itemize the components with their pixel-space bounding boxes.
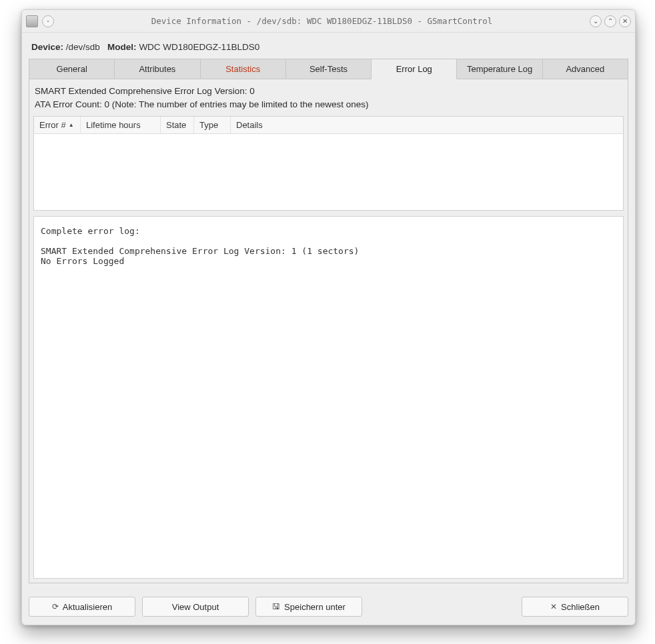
col-state[interactable]: State <box>161 117 194 133</box>
tab-temperature-log[interactable]: Temperature Log <box>457 59 542 79</box>
tabbar: General Attributes Statistics Self-Tests… <box>29 59 628 79</box>
chevron-up-icon: ⌃ <box>608 17 613 25</box>
titlebar-menu-button[interactable]: ◦ <box>42 15 54 27</box>
errorlog-count-line: ATA Error Count: 0 (Note: The number of … <box>35 98 622 111</box>
refresh-button-label: Aktualisieren <box>63 602 112 612</box>
close-button[interactable]: ✕ Schließen <box>522 597 628 617</box>
close-small-icon: ✕ <box>550 602 557 611</box>
refresh-button[interactable]: ⟳ Aktualisieren <box>29 597 135 617</box>
device-value: /dev/sdb <box>66 42 100 52</box>
error-table[interactable]: Error # ▲ Lifetime hours State Type Deta… <box>33 116 624 211</box>
minimize-button[interactable]: ⌄ <box>590 15 602 27</box>
tab-error-log[interactable]: Error Log <box>372 59 457 79</box>
errorlog-version-line: SMART Extended Comprehensive Error Log V… <box>35 85 622 98</box>
window-title: Device Information - /dev/sdb: WDC WD180… <box>57 16 587 26</box>
app-icon <box>26 15 38 27</box>
tab-general[interactable]: General <box>29 59 115 79</box>
model-label: Model: <box>107 42 137 52</box>
titlebar: ◦ Device Information - /dev/sdb: WDC WD1… <box>22 10 635 33</box>
save-as-button[interactable]: 🖫 Speichern unter <box>255 597 362 617</box>
refresh-icon: ⟳ <box>52 602 59 611</box>
maximize-button[interactable]: ⌃ <box>604 15 616 27</box>
tab-statistics[interactable]: Statistics <box>201 59 286 79</box>
view-output-button[interactable]: View Output <box>142 597 249 617</box>
error-table-header: Error # ▲ Lifetime hours State Type Deta… <box>34 117 623 134</box>
model-value: WDC WD180EDGZ-11BLDS0 <box>139 42 259 52</box>
col-error-no-label: Error # <box>39 120 66 130</box>
device-label: Device: <box>31 42 63 52</box>
tab-panel: SMART Extended Comprehensive Error Log V… <box>29 79 628 583</box>
col-error-no[interactable]: Error # ▲ <box>34 117 81 133</box>
tab-attributes[interactable]: Attributes <box>115 59 200 79</box>
sort-ascending-icon: ▲ <box>69 122 74 128</box>
save-icon: 🖫 <box>272 602 280 611</box>
close-window-button[interactable]: ✕ <box>619 15 631 27</box>
window: ◦ Device Information - /dev/sdb: WDC WD1… <box>21 9 636 625</box>
device-info-line: Device: /dev/sdb Model: WDC WD180EDGZ-11… <box>29 39 628 59</box>
close-icon: ✕ <box>622 17 628 25</box>
button-row: ⟳ Aktualisieren View Output 🖫 Speichern … <box>22 590 635 625</box>
tab-advanced[interactable]: Advanced <box>543 59 628 79</box>
content-area: Device: /dev/sdb Model: WDC WD180EDGZ-11… <box>22 33 635 590</box>
col-lifetime-hours[interactable]: Lifetime hours <box>81 117 161 133</box>
col-type[interactable]: Type <box>194 117 231 133</box>
view-output-button-label: View Output <box>172 602 219 612</box>
errorlog-summary: SMART Extended Comprehensive Error Log V… <box>29 82 628 116</box>
window-controls: ⌄ ⌃ ✕ <box>590 15 631 27</box>
save-as-button-label: Speichern unter <box>284 602 346 612</box>
error-log-text[interactable]: Complete error log: SMART Extended Compr… <box>33 216 624 579</box>
close-button-label: Schließen <box>561 602 600 612</box>
col-details[interactable]: Details <box>231 117 623 133</box>
tab-self-tests[interactable]: Self-Tests <box>286 59 372 79</box>
chevron-down-icon: ⌄ <box>593 17 598 25</box>
button-spacer <box>369 597 515 617</box>
